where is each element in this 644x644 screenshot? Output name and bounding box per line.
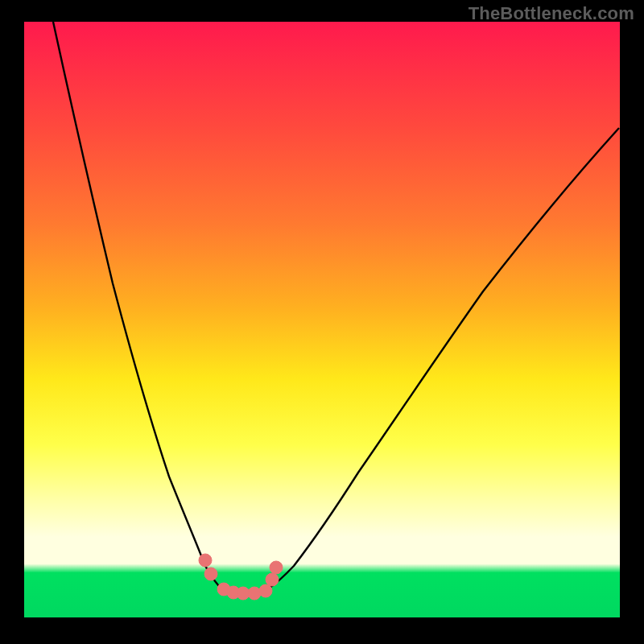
valley-dot bbox=[199, 554, 212, 567]
chart-svg bbox=[24, 22, 620, 617]
valley-dot bbox=[270, 561, 283, 574]
watermark-text: TheBottleneck.com bbox=[469, 3, 634, 24]
valley-dot bbox=[248, 587, 261, 600]
valley-dot bbox=[204, 568, 217, 580]
valley-dot bbox=[266, 573, 279, 586]
valley-dot bbox=[259, 584, 272, 597]
valley-dots-group bbox=[199, 554, 283, 600]
chart-frame: TheBottleneck.com bbox=[0, 0, 644, 644]
curve-left-branch bbox=[53, 22, 223, 590]
curve-right-branch bbox=[266, 128, 619, 590]
